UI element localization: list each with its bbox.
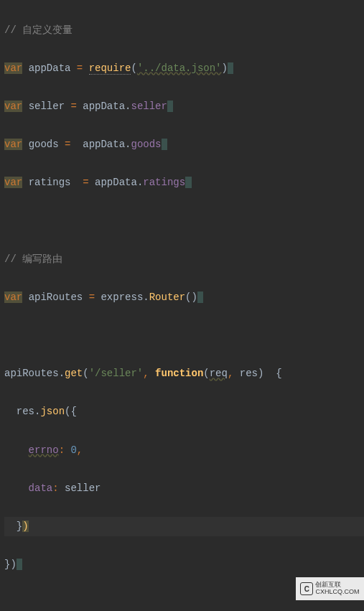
code-editor[interactable]: // 自定义变量 var appData = require('../data.… [0,1,364,611]
watermark: C 创新互联 CXHLCQ.COM [296,577,364,600]
var-keyword: var [4,62,22,74]
code-line: data: seller [4,479,364,498]
comment-text: // 自定义变量 [4,24,73,36]
code-line: var appData = require('../data.json') [4,59,364,78]
code-line: }) [4,555,364,574]
var-name: appData [29,62,71,74]
require-call: require [89,62,131,75]
code-line: res.json({ [4,402,364,421]
code-line-active: }) [4,517,364,536]
watermark-line2: CXHLCQ.COM [315,589,359,596]
var-name: apiRoutes [29,291,83,303]
code-line: var apiRoutes = express.Router() [4,288,364,307]
code-line: var goods = appData.goods [4,135,364,154]
empty-line [4,326,364,345]
watermark-icon: C [300,582,313,595]
code-line: apiRoutes.get('/seller', function(req, r… [4,364,364,383]
var-keyword: var [4,177,22,188]
empty-line [4,212,364,231]
var-keyword: var [4,291,22,303]
code-line: var seller = appData.seller [4,97,364,116]
code-line: // 自定义变量 [4,21,364,40]
string-literal: '../data.json' [137,62,222,74]
var-name: ratings [29,177,71,188]
var-name: seller [29,101,65,112]
code-line: // 编写路由 [4,250,364,269]
var-keyword: var [4,101,22,112]
code-line: errno: 0, [4,441,364,460]
var-keyword: var [4,139,22,150]
var-name: goods [29,139,59,150]
comment-text: // 编写路由 [4,253,62,265]
code-line: var ratings = appData.ratings [4,173,364,192]
